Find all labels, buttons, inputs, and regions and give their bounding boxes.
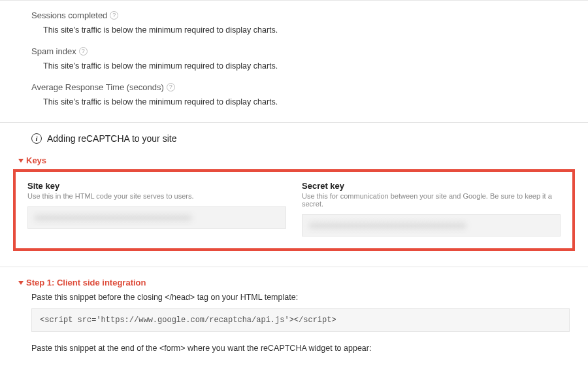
step1-body: Paste this snippet before the closing </…	[31, 293, 570, 353]
step1-line2: Paste this snippet at the end of the <fo…	[31, 344, 570, 353]
keys-heading[interactable]: Keys	[18, 155, 588, 165]
secret-key-label: Secret key	[302, 181, 561, 191]
site-key-label: Site key	[27, 181, 286, 191]
top-divider	[0, 0, 588, 1]
site-key-field[interactable]: xxxxxxxxxxxxxxxxxxxxxxxxxxxxxxxxxxxxxxxx	[27, 206, 286, 229]
metric-sessions-label: Sessions completed	[31, 10, 107, 20]
metric-art: Average Response Time (seconds) ? This s…	[31, 82, 588, 106]
help-icon[interactable]: ?	[79, 47, 88, 56]
adding-section-head: i Adding reCAPTCHA to your site	[31, 133, 588, 144]
section-divider	[0, 122, 588, 123]
step1-line1: Paste this snippet before the closing </…	[31, 293, 570, 302]
caret-down-icon	[18, 281, 24, 285]
secret-key-field[interactable]: xxxxxxxxxxxxxxxxxxxxxxxxxxxxxxxxxxxxxxxx	[302, 214, 561, 237]
metric-sessions-title: Sessions completed ?	[31, 10, 588, 20]
step1-code[interactable]: <script src='https://www.google.com/reca…	[31, 308, 570, 332]
keys-highlight-box: Site key Use this in the HTML code your …	[13, 169, 575, 251]
info-icon: i	[31, 133, 42, 144]
step1-heading-label: Step 1: Client side integration	[26, 278, 146, 287]
help-icon[interactable]: ?	[110, 11, 118, 20]
secret-key-desc: Use this for communication between your …	[302, 192, 561, 208]
metric-spam-title: Spam index ?	[31, 46, 588, 56]
metric-art-title: Average Response Time (seconds) ?	[31, 82, 588, 92]
section-divider	[0, 267, 588, 267]
metric-spam-msg: This site's traffic is below the minimum…	[43, 61, 588, 71]
adding-title: Adding reCAPTCHA to your site	[47, 133, 176, 144]
help-icon[interactable]: ?	[167, 83, 175, 91]
metric-spam: Spam index ? This site's traffic is belo…	[31, 46, 588, 71]
metric-art-label: Average Response Time (seconds)	[31, 82, 164, 92]
secret-key-col: Secret key Use this for communication be…	[302, 181, 561, 237]
metric-sessions-msg: This site's traffic is below the minimum…	[43, 25, 588, 35]
metric-spam-label: Spam index	[31, 46, 76, 56]
metric-sessions: Sessions completed ? This site's traffic…	[31, 10, 588, 35]
keys-heading-label: Keys	[26, 155, 46, 165]
site-key-desc: Use this in the HTML code your site serv…	[27, 192, 286, 200]
step1-heading[interactable]: Step 1: Client side integration	[18, 278, 588, 287]
caret-down-icon	[18, 159, 24, 163]
metric-art-msg: This site's traffic is below the minimum…	[43, 97, 588, 106]
site-key-col: Site key Use this in the HTML code your …	[27, 181, 286, 237]
